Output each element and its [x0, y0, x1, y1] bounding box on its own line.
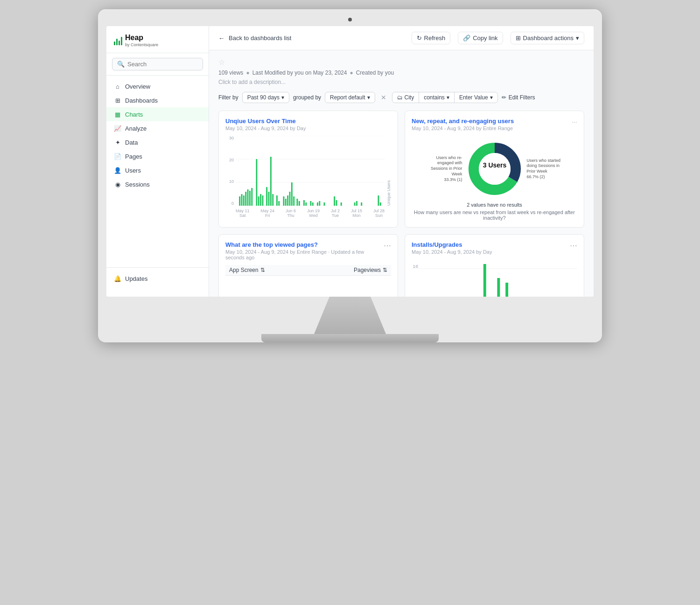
logo-bar-3	[119, 41, 120, 45]
dashboard-actions-button[interactable]: ⊞ Dashboard actions ▾	[511, 32, 584, 44]
chart1-x-labels: May 11Sat May 24Fri Jun 6Thu	[236, 209, 385, 218]
edit-filters-button[interactable]: ✏ Edit Filters	[502, 94, 535, 101]
sparkle-icon: ✦	[114, 139, 121, 146]
sidebar-item-sessions[interactable]: ◉ Sessions	[106, 177, 209, 191]
svg-rect-23	[287, 195, 288, 206]
sidebar-item-analyze[interactable]: 📈 Analyze	[106, 121, 209, 135]
filter-city-icon-item[interactable]: 🗂 City	[392, 92, 420, 103]
chart4-more-icon[interactable]: ⋯	[570, 241, 577, 250]
sidebar-item-overview[interactable]: ⌂ Overview	[106, 79, 209, 93]
back-arrow-icon[interactable]: ←	[218, 35, 225, 42]
sidebar-item-charts[interactable]: ▦ Charts	[106, 107, 209, 121]
svg-rect-10	[251, 188, 252, 206]
svg-rect-26	[293, 196, 294, 206]
filter-group-value: Report default	[330, 94, 365, 101]
search-input[interactable]	[127, 61, 198, 68]
col2-selector[interactable]: Pageviews ⇅	[354, 267, 387, 273]
x-label-jul15: Jul 15Mon	[351, 209, 362, 218]
sidebar-item-dashboards[interactable]: ⊞ Dashboards	[106, 93, 209, 107]
monitor: Heap by Contentsquare 🔍 ⌂ Overview	[98, 9, 602, 342]
svg-rect-14	[262, 195, 264, 206]
chart2-more-icon[interactable]: …	[572, 118, 577, 124]
svg-rect-9	[249, 191, 251, 206]
svg-rect-7	[245, 192, 246, 206]
svg-rect-22	[285, 199, 287, 206]
svg-rect-19	[276, 195, 278, 206]
logo-mark: Heap by Contentsquare	[114, 34, 201, 47]
back-label[interactable]: Back to dashboards list	[229, 35, 291, 42]
donut-svg-wrap: 3 Users	[464, 139, 525, 199]
col2-sort-icon: ⇅	[383, 267, 387, 273]
chart2-title[interactable]: New, repeat, and re-engaging users	[412, 118, 514, 125]
sidebar-bottom: 🔔 Updates	[106, 267, 209, 289]
x-label-jul2: Jul 2Tue	[331, 209, 340, 218]
description-placeholder: Click to add a description...	[218, 79, 286, 85]
svg-rect-29	[303, 200, 305, 206]
y-label-0: 0	[225, 201, 234, 206]
star-icon[interactable]: ☆	[218, 58, 225, 67]
chart1-title[interactable]: Unqiue Users Over Time	[225, 118, 391, 125]
filter-group-dropdown[interactable]: Report default ▾	[325, 92, 375, 103]
svg-rect-51	[497, 278, 500, 297]
filter-time-dropdown[interactable]: Past 90 days ▾	[242, 92, 289, 103]
svg-rect-52	[505, 283, 508, 297]
svg-rect-12	[258, 196, 259, 206]
views-count: 109 views	[218, 70, 243, 76]
dashboard-description[interactable]: Click to add a description...	[218, 79, 584, 85]
donut-legend-right: Users who started doing Sessions in Prio…	[527, 158, 562, 180]
chart3-title[interactable]: What are the top viewed pages?	[225, 241, 384, 248]
x-label-jun19: Jun 19Wed	[307, 209, 320, 218]
search-field-wrap[interactable]: 🔍	[112, 58, 203, 70]
sidebar-label-analyze: Analyze	[125, 125, 147, 132]
sidebar-search-wrap: 🔍	[106, 53, 209, 76]
chart4-subtitle: May 10, 2024 - Aug 9, 2024 by Day	[412, 249, 492, 255]
legend-right-pct: 66.7% (2)	[527, 174, 545, 179]
svg-rect-39	[354, 202, 356, 206]
svg-point-46	[479, 153, 511, 185]
y-label-30: 30	[225, 136, 234, 140]
chart4-title[interactable]: Installs/Upgrades	[412, 241, 492, 248]
copy-link-button[interactable]: 🔗 Copy link	[458, 32, 503, 44]
chart2-subtitle: May 10, 2024 - Aug 9, 2024 by Entire Ran…	[412, 125, 514, 131]
trending-up-icon: 📈	[114, 125, 121, 132]
city-filter-icon: 🗂	[397, 94, 403, 101]
svg-rect-13	[260, 194, 261, 206]
filter-contains-item[interactable]: contains ▾	[419, 92, 455, 103]
svg-rect-32	[312, 202, 314, 206]
logo-text-wrap: Heap by Contentsquare	[125, 34, 158, 47]
chart3-more-icon[interactable]: ⋯	[384, 241, 391, 250]
svg-rect-33	[317, 202, 318, 206]
svg-rect-42	[378, 195, 379, 206]
chart3-subtitle: May 10, 2024 - Aug 9, 2024 by Entire Ran…	[225, 249, 384, 260]
sidebar-nav: ⌂ Overview ⊞ Dashboards ▦ Charts 📈 Analy…	[106, 76, 209, 267]
bar-chart-icon: ▦	[114, 111, 121, 118]
edit-icon: ✏	[502, 94, 506, 101]
sidebar-item-updates[interactable]: 🔔 Updates	[106, 271, 209, 285]
sidebar-item-pages[interactable]: 📄 Pages	[106, 149, 209, 163]
logo-icon	[114, 36, 122, 45]
link-icon: 🔗	[463, 35, 470, 42]
svg-rect-21	[283, 196, 285, 206]
svg-rect-18	[272, 194, 273, 206]
sessions-icon: ◉	[114, 181, 121, 188]
installs-chart-area: 16	[412, 259, 577, 297]
sidebar-item-users[interactable]: 👤 Users	[106, 163, 209, 177]
filter-city-group: 🗂 City contains ▾ Enter Value ▾	[392, 92, 498, 103]
refresh-button[interactable]: ↻ Refresh	[412, 32, 451, 44]
filter-clear-button[interactable]: ✕	[379, 93, 388, 102]
monitor-neck	[299, 297, 401, 334]
installs-svg: 16	[412, 259, 577, 297]
legend-right-label: Users who started doing Sessions in Prio…	[527, 158, 561, 174]
col1-selector[interactable]: App Screen ⇅	[229, 267, 265, 273]
chart-installs: Installs/Upgrades May 10, 2024 - Aug 9, …	[405, 234, 584, 297]
legend-left-label: Users who re-engaged with Sessions in Pr…	[431, 155, 462, 176]
svg-text:3 Users: 3 Users	[483, 161, 506, 169]
sidebar-item-data[interactable]: ✦ Data	[106, 135, 209, 149]
svg-rect-24	[289, 192, 291, 206]
svg-rect-20	[278, 201, 280, 206]
filter-value-item[interactable]: Enter Value ▾	[455, 92, 497, 103]
filter-time-chevron: ▾	[281, 94, 284, 101]
svg-rect-25	[291, 182, 293, 206]
sidebar-label-charts: Charts	[125, 111, 143, 118]
col1-sort-icon: ⇅	[260, 267, 265, 273]
